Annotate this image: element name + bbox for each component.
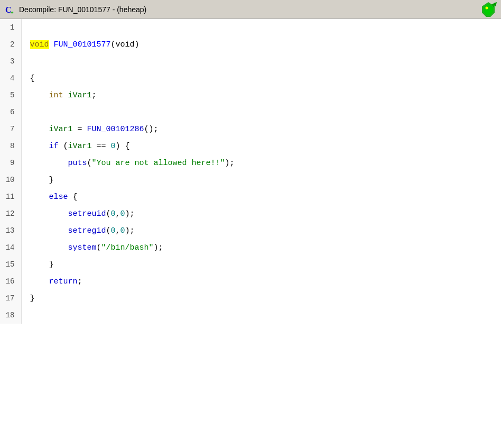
table-row: 10 }	[0, 171, 501, 188]
code-token: else	[49, 193, 68, 202]
code-token: =	[73, 125, 87, 134]
title-bar-left: C + Decompile: FUN_00101577 - (heheap)	[4, 4, 146, 15]
code-token: ();	[144, 125, 159, 134]
line-number: 1	[0, 19, 21, 36]
line-number: 15	[0, 256, 21, 273]
code-token	[30, 125, 49, 134]
line-number: 2	[0, 36, 21, 53]
code-token: "/bin/bash"	[101, 243, 154, 252]
code-token: if	[49, 142, 59, 151]
code-token: FUN_00101577	[54, 40, 111, 49]
code-token: );	[125, 209, 135, 218]
line-number: 10	[0, 171, 21, 188]
svg-text:+: +	[11, 10, 14, 15]
line-number: 4	[0, 70, 21, 87]
code-token: 0	[120, 226, 125, 235]
code-line	[21, 19, 501, 36]
code-token: setregid	[68, 226, 106, 235]
code-token	[30, 176, 49, 185]
code-token	[30, 243, 68, 252]
code-token: (	[59, 142, 68, 151]
code-token: (	[106, 226, 111, 235]
code-token: }	[30, 294, 35, 303]
code-token: int	[49, 91, 63, 100]
code-token: iVar1	[68, 142, 92, 151]
code-token: void	[30, 40, 49, 49]
code-token: }	[49, 260, 54, 269]
code-line: int iVar1;	[21, 87, 501, 104]
decompile-window: C + Decompile: FUN_00101577 - (heheap) 1…	[0, 0, 501, 448]
code-token: setreuid	[68, 209, 106, 218]
code-token: (void)	[111, 40, 140, 49]
table-row: 5 int iVar1;	[0, 87, 501, 104]
code-line: setregid(0,0);	[21, 222, 501, 239]
code-line: iVar1 = FUN_00101286();	[21, 121, 501, 138]
line-number: 7	[0, 121, 21, 138]
line-number: 14	[0, 239, 21, 256]
table-row: 14 system("/bin/bash");	[0, 239, 501, 256]
table-row: 11 else {	[0, 188, 501, 205]
code-token: iVar1	[49, 125, 73, 134]
table-row: 7 iVar1 = FUN_00101286();	[0, 121, 501, 138]
code-token	[30, 209, 68, 218]
line-number: 13	[0, 222, 21, 239]
code-line: {	[21, 70, 501, 87]
title-bar: C + Decompile: FUN_00101577 - (heheap)	[0, 0, 501, 19]
code-token: 0	[111, 142, 116, 151]
code-line: if (iVar1 == 0) {	[21, 138, 501, 154]
code-table: 1 2void FUN_00101577(void)3 4{5 int iVar…	[0, 19, 501, 324]
table-row: 12 setreuid(0,0);	[0, 205, 501, 222]
code-line	[21, 307, 501, 324]
code-token: ;	[78, 277, 82, 286]
line-number: 5	[0, 87, 21, 104]
window-title: Decompile: FUN_00101577 - (heheap)	[19, 5, 146, 14]
code-token: puts	[68, 159, 87, 168]
code-token: (	[106, 209, 111, 218]
table-row: 15 }	[0, 256, 501, 273]
svg-marker-6	[494, 2, 497, 6]
table-row: 18	[0, 307, 501, 324]
code-token: {	[68, 193, 78, 202]
code-token	[30, 91, 49, 100]
table-row: 1	[0, 19, 501, 36]
code-token: }	[49, 176, 54, 185]
code-token: FUN_00101286	[87, 125, 144, 134]
code-area: 1 2void FUN_00101577(void)3 4{5 int iVar…	[0, 19, 501, 448]
code-token: 0	[111, 226, 116, 235]
table-row: 13 setregid(0,0);	[0, 222, 501, 239]
c-icon: C +	[4, 4, 16, 15]
code-token: 0	[120, 209, 125, 218]
code-token: (	[97, 243, 101, 252]
line-number: 17	[0, 290, 21, 307]
line-number: 6	[0, 104, 21, 121]
code-line: }	[21, 171, 501, 188]
code-token	[30, 159, 68, 168]
title-bar-right	[480, 1, 497, 18]
code-line: else {	[21, 188, 501, 205]
code-line: }	[21, 256, 501, 273]
code-token	[63, 91, 68, 100]
code-token	[30, 193, 49, 202]
code-token: system	[68, 243, 97, 252]
code-token: ==	[92, 142, 111, 151]
svg-point-4	[486, 6, 488, 9]
code-line	[21, 104, 501, 121]
line-number: 11	[0, 188, 21, 205]
table-row: 6	[0, 104, 501, 121]
table-row: 3	[0, 53, 501, 70]
code-token	[30, 260, 49, 269]
code-line: void FUN_00101577(void)	[21, 36, 501, 53]
code-line: setreuid(0,0);	[21, 205, 501, 222]
code-token	[30, 277, 49, 286]
code-token	[49, 40, 54, 49]
table-row: 4{	[0, 70, 501, 87]
code-token: ,	[116, 209, 120, 218]
code-token	[30, 226, 68, 235]
table-row: 16 return;	[0, 273, 501, 290]
code-line: return;	[21, 273, 501, 290]
table-row: 8 if (iVar1 == 0) {	[0, 138, 501, 154]
code-line: puts("You are not allowed here!!");	[21, 154, 501, 171]
code-token: {	[30, 74, 35, 83]
ghidra-icon	[480, 1, 497, 18]
table-row: 17}	[0, 290, 501, 307]
